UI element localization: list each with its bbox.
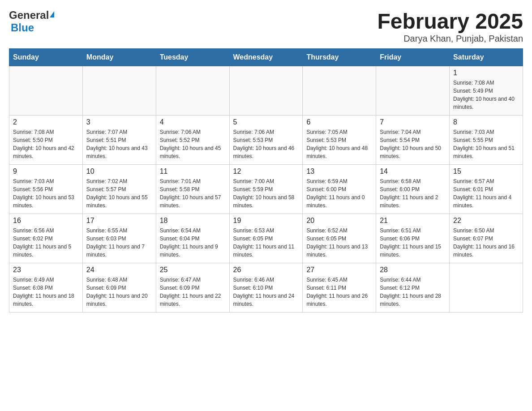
day-number: 20 — [306, 217, 372, 225]
day-number: 12 — [233, 167, 299, 176]
logo-general-text: General — [9, 9, 49, 21]
day-number: 26 — [233, 266, 299, 274]
calendar-cell: 2Sunrise: 7:08 AMSunset: 5:50 PMDaylight… — [9, 116, 83, 165]
day-info: Sunrise: 6:47 AMSunset: 6:09 PMDaylight:… — [160, 276, 226, 308]
day-number: 11 — [160, 167, 226, 176]
day-number: 19 — [233, 217, 299, 225]
day-number: 2 — [13, 118, 79, 126]
day-info: Sunrise: 6:44 AMSunset: 6:12 PMDaylight:… — [380, 276, 446, 308]
calendar-subtitle: Darya Khan, Punjab, Pakistan — [377, 34, 523, 44]
calendar-cell: 8Sunrise: 7:03 AMSunset: 5:55 PMDaylight… — [450, 116, 523, 165]
weekday-header-row: SundayMondayTuesdayWednesdayThursdayFrid… — [9, 49, 523, 66]
calendar-cell: 3Sunrise: 7:07 AMSunset: 5:51 PMDaylight… — [82, 116, 156, 165]
calendar-cell: 17Sunrise: 6:55 AMSunset: 6:03 PMDayligh… — [82, 214, 156, 263]
calendar-cell: 9Sunrise: 7:03 AMSunset: 5:56 PMDaylight… — [9, 165, 83, 214]
calendar-title: February 2025 — [377, 9, 523, 34]
day-info: Sunrise: 7:03 AMSunset: 5:56 PMDaylight:… — [13, 177, 79, 210]
day-number: 10 — [86, 167, 152, 176]
day-info: Sunrise: 7:05 AMSunset: 5:53 PMDaylight:… — [306, 128, 372, 160]
calendar-cell: 5Sunrise: 7:06 AMSunset: 5:53 PMDaylight… — [229, 116, 303, 165]
calendar-cell: 14Sunrise: 6:58 AMSunset: 6:00 PMDayligh… — [376, 165, 450, 214]
day-info: Sunrise: 7:07 AMSunset: 5:51 PMDaylight:… — [86, 128, 152, 160]
calendar-cell — [376, 66, 450, 116]
day-info: Sunrise: 6:50 AMSunset: 6:07 PMDaylight:… — [453, 227, 519, 259]
logo: General Blue — [9, 9, 54, 34]
logo-blue-text: Blue — [11, 21, 34, 34]
calendar-cell: 15Sunrise: 6:57 AMSunset: 6:01 PMDayligh… — [450, 165, 523, 214]
calendar-cell: 16Sunrise: 6:56 AMSunset: 6:02 PMDayligh… — [9, 214, 83, 263]
day-info: Sunrise: 7:06 AMSunset: 5:53 PMDaylight:… — [233, 128, 299, 160]
day-number: 4 — [160, 118, 226, 126]
day-info: Sunrise: 7:01 AMSunset: 5:58 PMDaylight:… — [160, 177, 226, 210]
weekday-header-tuesday: Tuesday — [156, 49, 229, 66]
day-info: Sunrise: 7:04 AMSunset: 5:54 PMDaylight:… — [380, 128, 446, 160]
day-info: Sunrise: 7:08 AMSunset: 5:49 PMDaylight:… — [453, 79, 519, 111]
weekday-header-wednesday: Wednesday — [229, 49, 303, 66]
calendar-cell — [303, 66, 376, 116]
logo-triangle-icon — [50, 11, 54, 17]
calendar-cell: 21Sunrise: 6:51 AMSunset: 6:06 PMDayligh… — [376, 214, 450, 263]
day-info: Sunrise: 6:59 AMSunset: 6:00 PMDaylight:… — [306, 177, 372, 210]
day-number: 18 — [160, 217, 226, 225]
calendar-cell — [82, 66, 156, 116]
day-info: Sunrise: 6:56 AMSunset: 6:02 PMDaylight:… — [13, 227, 79, 259]
calendar-cell — [156, 66, 229, 116]
day-info: Sunrise: 7:08 AMSunset: 5:50 PMDaylight:… — [13, 128, 79, 160]
day-number: 1 — [453, 69, 519, 77]
calendar-cell: 1Sunrise: 7:08 AMSunset: 5:49 PMDaylight… — [450, 66, 523, 116]
calendar-cell: 24Sunrise: 6:48 AMSunset: 6:09 PMDayligh… — [82, 263, 156, 313]
day-number: 15 — [453, 167, 519, 176]
day-info: Sunrise: 6:49 AMSunset: 6:08 PMDaylight:… — [13, 276, 79, 308]
day-number: 27 — [306, 266, 372, 274]
day-number: 28 — [380, 266, 446, 274]
week-row-1: 1Sunrise: 7:08 AMSunset: 5:49 PMDaylight… — [9, 66, 523, 116]
day-info: Sunrise: 6:58 AMSunset: 6:00 PMDaylight:… — [380, 177, 446, 210]
weekday-header-monday: Monday — [82, 49, 156, 66]
calendar-cell: 28Sunrise: 6:44 AMSunset: 6:12 PMDayligh… — [376, 263, 450, 313]
calendar-cell — [450, 263, 523, 313]
weekday-header-thursday: Thursday — [303, 49, 376, 66]
day-info: Sunrise: 6:51 AMSunset: 6:06 PMDaylight:… — [380, 227, 446, 259]
day-number: 3 — [86, 118, 152, 126]
day-info: Sunrise: 7:02 AMSunset: 5:57 PMDaylight:… — [86, 177, 152, 210]
day-number: 5 — [233, 118, 299, 126]
calendar-cell: 22Sunrise: 6:50 AMSunset: 6:07 PMDayligh… — [450, 214, 523, 263]
week-row-5: 23Sunrise: 6:49 AMSunset: 6:08 PMDayligh… — [9, 263, 523, 313]
day-info: Sunrise: 6:46 AMSunset: 6:10 PMDaylight:… — [233, 276, 299, 308]
title-block: February 2025 Darya Khan, Punjab, Pakist… — [377, 9, 523, 44]
week-row-3: 9Sunrise: 7:03 AMSunset: 5:56 PMDaylight… — [9, 165, 523, 214]
day-number: 21 — [380, 217, 446, 225]
day-number: 6 — [306, 118, 372, 126]
calendar-table: SundayMondayTuesdayWednesdayThursdayFrid… — [9, 48, 523, 313]
day-info: Sunrise: 6:48 AMSunset: 6:09 PMDaylight:… — [86, 276, 152, 308]
day-info: Sunrise: 7:03 AMSunset: 5:55 PMDaylight:… — [453, 128, 519, 160]
calendar-cell: 20Sunrise: 6:52 AMSunset: 6:05 PMDayligh… — [303, 214, 376, 263]
calendar-cell: 11Sunrise: 7:01 AMSunset: 5:58 PMDayligh… — [156, 165, 229, 214]
calendar-cell: 26Sunrise: 6:46 AMSunset: 6:10 PMDayligh… — [229, 263, 303, 313]
calendar-cell: 6Sunrise: 7:05 AMSunset: 5:53 PMDaylight… — [303, 116, 376, 165]
day-number: 14 — [380, 167, 446, 176]
calendar-cell: 18Sunrise: 6:54 AMSunset: 6:04 PMDayligh… — [156, 214, 229, 263]
calendar-cell: 4Sunrise: 7:06 AMSunset: 5:52 PMDaylight… — [156, 116, 229, 165]
day-number: 25 — [160, 266, 226, 274]
day-info: Sunrise: 6:55 AMSunset: 6:03 PMDaylight:… — [86, 227, 152, 259]
day-number: 24 — [86, 266, 152, 274]
day-number: 7 — [380, 118, 446, 126]
weekday-header-saturday: Saturday — [450, 49, 523, 66]
day-info: Sunrise: 7:00 AMSunset: 5:59 PMDaylight:… — [233, 177, 299, 210]
day-number: 23 — [13, 266, 79, 274]
day-number: 16 — [13, 217, 79, 225]
calendar-cell — [229, 66, 303, 116]
day-number: 22 — [453, 217, 519, 225]
page-header: General Blue February 2025 Darya Khan, P… — [9, 9, 523, 44]
calendar-cell: 10Sunrise: 7:02 AMSunset: 5:57 PMDayligh… — [82, 165, 156, 214]
week-row-4: 16Sunrise: 6:56 AMSunset: 6:02 PMDayligh… — [9, 214, 523, 263]
calendar-cell: 25Sunrise: 6:47 AMSunset: 6:09 PMDayligh… — [156, 263, 229, 313]
weekday-header-sunday: Sunday — [9, 49, 83, 66]
calendar-cell: 27Sunrise: 6:45 AMSunset: 6:11 PMDayligh… — [303, 263, 376, 313]
day-info: Sunrise: 6:52 AMSunset: 6:05 PMDaylight:… — [306, 227, 372, 259]
week-row-2: 2Sunrise: 7:08 AMSunset: 5:50 PMDaylight… — [9, 116, 523, 165]
day-number: 8 — [453, 118, 519, 126]
day-number: 13 — [306, 167, 372, 176]
day-number: 17 — [86, 217, 152, 225]
